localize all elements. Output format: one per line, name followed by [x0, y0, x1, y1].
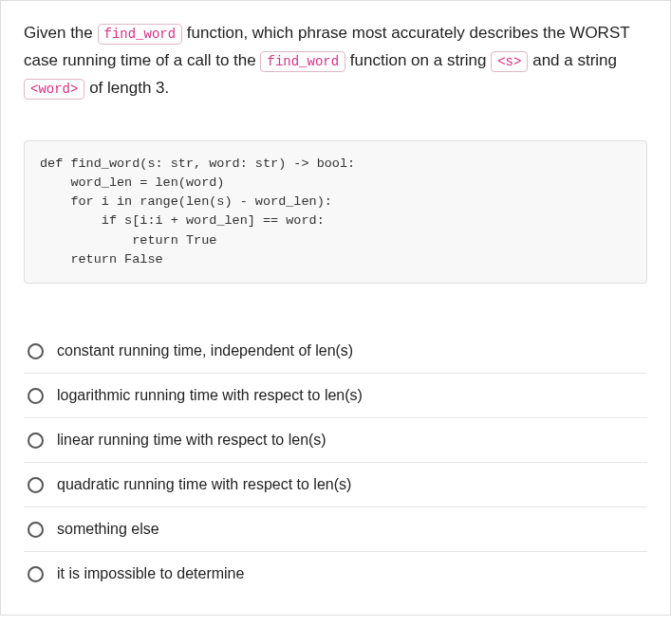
option-label: it is impossible to determine [57, 565, 244, 582]
radio-icon [28, 566, 44, 582]
code-token-find-word-2: find_word [260, 51, 345, 72]
code-token-word: <word> [24, 79, 84, 100]
option-label: constant running time, independent of le… [57, 342, 353, 359]
question-text-part: Given the [24, 24, 98, 42]
option-linear[interactable]: linear running time with respect to len(… [24, 418, 647, 463]
option-label: logarithmic running time with respect to… [57, 387, 363, 404]
question-prompt: Given the find_word function, which phra… [24, 20, 647, 102]
radio-icon [28, 522, 44, 538]
option-impossible[interactable]: it is impossible to determine [24, 552, 647, 596]
option-label: something else [57, 521, 159, 538]
radio-icon [28, 477, 44, 493]
question-text-part: of length 3. [89, 79, 169, 97]
question-text-part: function on a string [350, 51, 491, 69]
question-container: Given the find_word function, which phra… [0, 0, 671, 616]
option-constant[interactable]: constant running time, independent of le… [24, 329, 647, 374]
option-quadratic[interactable]: quadratic running time with respect to l… [24, 463, 647, 507]
code-token-find-word-1: find_word [98, 24, 183, 45]
radio-icon [28, 388, 44, 404]
options-list: constant running time, independent of le… [24, 329, 647, 596]
option-label: quadratic running time with respect to l… [57, 476, 351, 493]
code-token-s: <s> [491, 51, 528, 72]
question-text-part: and a string [532, 51, 617, 69]
option-label: linear running time with respect to len(… [57, 432, 326, 449]
code-block: def find_word(s: str, word: str) -> bool… [24, 140, 647, 285]
radio-icon [28, 343, 44, 359]
radio-icon [28, 432, 44, 449]
option-logarithmic[interactable]: logarithmic running time with respect to… [24, 374, 647, 418]
option-something-else[interactable]: something else [24, 507, 647, 552]
